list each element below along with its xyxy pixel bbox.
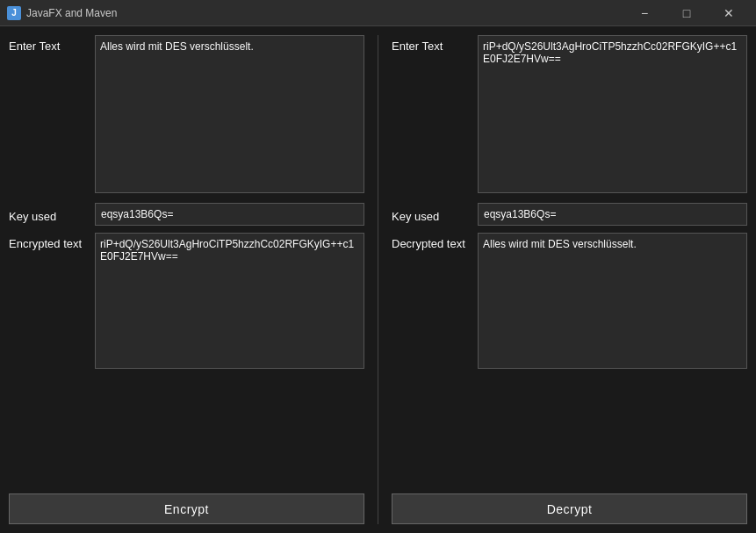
close-button[interactable]: ✕ (709, 0, 749, 26)
encrypt-result-container: riP+dQ/yS26Ult3AgHroCiTP5hzzhCc02RFGKyIG… (95, 233, 364, 371)
app-icon: J (7, 6, 21, 20)
encrypt-key-label: Key used (9, 205, 88, 223)
decrypt-result-label: Decrypted text (392, 233, 471, 250)
main-content: Enter Text Alles wird mit DES verschlüss… (0, 26, 756, 533)
decrypt-panel: Enter Text riP+dQ/yS26Ult3AgHroCiTP5hzzh… (392, 35, 747, 524)
decrypt-enter-text-label: Enter Text (392, 35, 471, 53)
encrypt-enter-text-input[interactable]: Alles wird mit DES verschlüsselt. (95, 35, 364, 193)
window-title: JavaFX and Maven (26, 7, 624, 19)
panel-divider (378, 35, 378, 524)
decrypt-button[interactable]: Decrypt (392, 493, 747, 524)
encrypt-result-row: Encrypted text riP+dQ/yS26Ult3AgHroCiTP5… (9, 233, 364, 371)
decrypt-key-input[interactable] (478, 203, 747, 226)
encrypt-button[interactable]: Encrypt (9, 493, 364, 524)
decrypt-result-text[interactable]: Alles wird mit DES verschlüsselt. (478, 233, 747, 369)
decrypt-enter-text-container: riP+dQ/yS26Ult3AgHroCiTP5hzzhCc02RFGKyIG… (478, 35, 747, 196)
decrypt-key-row: Key used (392, 203, 747, 226)
decrypt-enter-text-row: Enter Text riP+dQ/yS26Ult3AgHroCiTP5hzzh… (392, 35, 747, 196)
decrypt-enter-text-input[interactable]: riP+dQ/yS26Ult3AgHroCiTP5hzzhCc02RFGKyIG… (478, 35, 747, 193)
maximize-button[interactable]: □ (666, 0, 707, 26)
encrypt-enter-text-row: Enter Text Alles wird mit DES verschlüss… (9, 35, 364, 196)
encrypt-key-input[interactable] (95, 203, 364, 226)
encrypt-enter-text-label: Enter Text (9, 35, 88, 53)
window-controls: − □ ✕ (624, 0, 749, 26)
encrypt-key-row: Key used (9, 203, 364, 226)
encrypt-panel: Enter Text Alles wird mit DES verschlüss… (9, 35, 364, 524)
decrypt-result-container: Alles wird mit DES verschlüsselt. (478, 233, 747, 371)
title-bar: J JavaFX and Maven − □ ✕ (0, 0, 756, 26)
decrypt-result-row: Decrypted text Alles wird mit DES versch… (392, 233, 747, 371)
decrypt-key-label: Key used (392, 205, 471, 223)
encrypt-result-label: Encrypted text (9, 233, 88, 250)
encrypt-enter-text-container: Alles wird mit DES verschlüsselt. (95, 35, 364, 196)
minimize-button[interactable]: − (624, 0, 665, 26)
encrypt-result-text[interactable]: riP+dQ/yS26Ult3AgHroCiTP5hzzhCc02RFGKyIG… (95, 233, 364, 369)
